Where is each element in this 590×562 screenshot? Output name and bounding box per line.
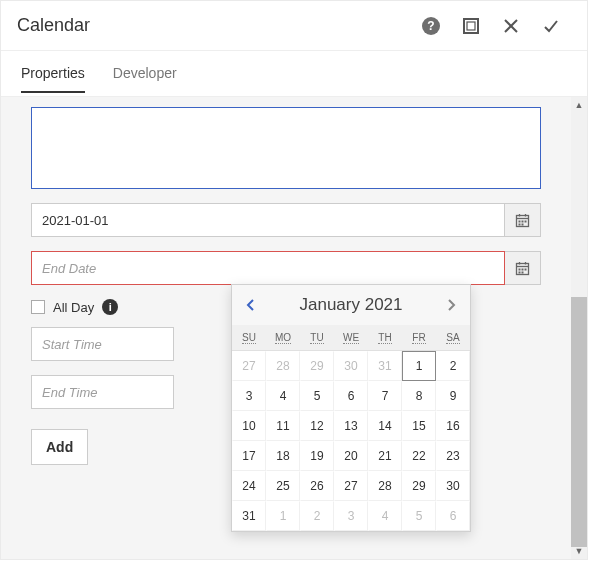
datepicker-dow-cell: WE: [334, 325, 368, 351]
end-time-input[interactable]: End Time: [31, 375, 174, 409]
svg-rect-12: [522, 223, 524, 225]
dialog: Calendar ?: [0, 0, 588, 560]
datepicker-dow-cell: SU: [232, 325, 266, 351]
datepicker-day-cell[interactable]: 2: [436, 351, 470, 381]
datepicker-day-cell[interactable]: 30: [436, 471, 470, 501]
datepicker-day-cell[interactable]: 6: [334, 381, 368, 411]
start-date-picker-button[interactable]: [505, 203, 541, 237]
start-date-row: 2021-01-01: [31, 203, 541, 237]
close-icon: [503, 18, 519, 34]
datepicker-day-cell[interactable]: 15: [402, 411, 436, 441]
datepicker-day-cell[interactable]: 14: [368, 411, 402, 441]
datepicker-day-cell[interactable]: 10: [232, 411, 266, 441]
datepicker-title: January 2021: [264, 295, 438, 315]
description-textarea[interactable]: [31, 107, 541, 189]
datepicker-day-cell[interactable]: 24: [232, 471, 266, 501]
datepicker-dow-cell: TH: [368, 325, 402, 351]
datepicker-day-cell[interactable]: 1: [402, 351, 436, 381]
datepicker-dow-cell: FR: [402, 325, 436, 351]
datepicker-day-cell[interactable]: 27: [232, 351, 266, 381]
datepicker-next-button[interactable]: [438, 292, 464, 318]
scroll-up-arrow[interactable]: ▲: [571, 97, 587, 113]
datepicker-dow-cell: TU: [300, 325, 334, 351]
datepicker-day-cell[interactable]: 23: [436, 441, 470, 471]
tab-properties[interactable]: Properties: [21, 65, 85, 93]
close-button[interactable]: [491, 6, 531, 46]
datepicker-day-cell[interactable]: 4: [266, 381, 300, 411]
datepicker-day-cell[interactable]: 12: [300, 411, 334, 441]
end-date-input[interactable]: End Date: [31, 251, 505, 285]
datepicker-day-cell[interactable]: 31: [232, 501, 266, 531]
svg-rect-8: [519, 220, 521, 222]
datepicker-day-cell[interactable]: 25: [266, 471, 300, 501]
end-date-picker-button[interactable]: [505, 251, 541, 285]
datepicker-day-cell[interactable]: 11: [266, 411, 300, 441]
datepicker-day-cell[interactable]: 29: [300, 351, 334, 381]
start-time-row: Start Time: [31, 327, 174, 361]
datepicker-day-cell[interactable]: 19: [300, 441, 334, 471]
svg-rect-11: [519, 223, 521, 225]
vertical-scrollbar[interactable]: ▲ ▼: [571, 97, 587, 559]
help-icon: ?: [422, 17, 440, 35]
datepicker-day-cell[interactable]: 5: [300, 381, 334, 411]
header-actions: ?: [411, 6, 571, 46]
svg-rect-18: [522, 268, 524, 270]
svg-rect-21: [522, 271, 524, 273]
svg-rect-20: [519, 271, 521, 273]
add-button[interactable]: Add: [31, 429, 88, 465]
datepicker-prev-button[interactable]: [238, 292, 264, 318]
info-icon[interactable]: i: [102, 299, 118, 315]
submit-button[interactable]: [531, 6, 571, 46]
datepicker-day-cell[interactable]: 17: [232, 441, 266, 471]
svg-rect-0: [464, 19, 478, 33]
svg-rect-19: [525, 268, 527, 270]
datepicker-day-cell[interactable]: 6: [436, 501, 470, 531]
datepicker-dow-cell: SA: [436, 325, 470, 351]
datepicker-day-cell[interactable]: 18: [266, 441, 300, 471]
scroll-thumb[interactable]: [571, 297, 587, 547]
datepicker-day-cell[interactable]: 28: [368, 471, 402, 501]
dialog-header: Calendar ?: [1, 1, 587, 51]
datepicker-day-cell[interactable]: 29: [402, 471, 436, 501]
datepicker-day-cell[interactable]: 9: [436, 381, 470, 411]
datepicker-day-cell[interactable]: 30: [334, 351, 368, 381]
svg-rect-10: [525, 220, 527, 222]
datepicker-popup: January 2021 SUMOTUWETHFRSA 272829303112…: [231, 284, 471, 532]
datepicker-day-cell[interactable]: 21: [368, 441, 402, 471]
datepicker-day-cell[interactable]: 27: [334, 471, 368, 501]
datepicker-day-cell[interactable]: 2: [300, 501, 334, 531]
datepicker-day-cell[interactable]: 3: [232, 381, 266, 411]
datepicker-day-cell[interactable]: 28: [266, 351, 300, 381]
start-date-input[interactable]: 2021-01-01: [31, 203, 505, 237]
datepicker-days-grid: 2728293031123456789101112131415161718192…: [232, 351, 470, 531]
chevron-right-icon: [446, 299, 456, 311]
datepicker-day-cell[interactable]: 1: [266, 501, 300, 531]
calendar-icon: [515, 213, 530, 228]
chevron-left-icon: [246, 299, 256, 311]
help-button[interactable]: ?: [411, 6, 451, 46]
datepicker-day-cell[interactable]: 16: [436, 411, 470, 441]
datepicker-day-cell[interactable]: 5: [402, 501, 436, 531]
start-time-input[interactable]: Start Time: [31, 327, 174, 361]
datepicker-day-cell[interactable]: 4: [368, 501, 402, 531]
datepicker-day-cell[interactable]: 13: [334, 411, 368, 441]
datepicker-day-cell[interactable]: 31: [368, 351, 402, 381]
svg-rect-17: [519, 268, 521, 270]
end-date-row: End Date: [31, 251, 541, 285]
svg-rect-1: [467, 22, 475, 30]
datepicker-day-cell[interactable]: 22: [402, 441, 436, 471]
datepicker-day-cell[interactable]: 7: [368, 381, 402, 411]
fullscreen-button[interactable]: [451, 6, 491, 46]
datepicker-day-cell[interactable]: 26: [300, 471, 334, 501]
check-icon: [542, 17, 560, 35]
tab-developer[interactable]: Developer: [113, 65, 177, 93]
datepicker-dow-row: SUMOTUWETHFRSA: [232, 325, 470, 351]
all-day-checkbox[interactable]: [31, 300, 45, 314]
dialog-title: Calendar: [17, 15, 411, 36]
datepicker-day-cell[interactable]: 20: [334, 441, 368, 471]
tabs: Properties Developer: [1, 51, 587, 93]
scroll-down-arrow[interactable]: ▼: [571, 543, 587, 559]
datepicker-day-cell[interactable]: 8: [402, 381, 436, 411]
end-time-row: End Time: [31, 375, 174, 409]
datepicker-day-cell[interactable]: 3: [334, 501, 368, 531]
